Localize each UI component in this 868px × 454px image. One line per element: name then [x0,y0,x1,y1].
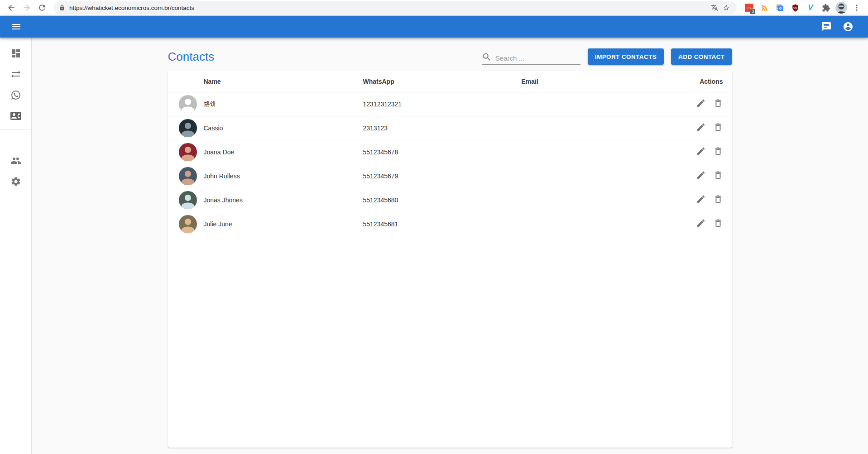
contact-whatsapp: 5512345680 [363,188,522,212]
svg-text:UO: UO [793,6,797,9]
contact-whatsapp: 5512345679 [363,164,522,188]
avatar [179,167,197,185]
contact-whatsapp: 2313123 [363,116,522,140]
edit-pencil-icon [696,146,706,156]
delete-trash-icon [713,98,723,108]
contact-email [522,164,657,188]
table-row: John Rulless 5512345679 [168,164,732,188]
person-icon [179,191,197,209]
delete-trash-icon [713,170,723,180]
browser-toolbar: https://whaticket.economicros.com.br/con… [0,0,868,16]
avatar [179,95,197,113]
edit-contact-button[interactable] [693,144,709,160]
address-bar[interactable]: https://whaticket.economicros.com.br/con… [53,1,737,14]
table-row: 烙饼 12312312321 [168,92,732,116]
header-email: Email [522,71,657,92]
contact-name: 烙饼 [204,92,363,116]
table-row: Jonas Jhones 5512345680 [168,188,732,212]
translate-page-icon[interactable] [709,2,720,14]
url-text: https://whaticket.economicros.com.br/con… [69,5,709,11]
sidebar-item-settings[interactable] [5,171,26,192]
table-row: Cassio 2313123 [168,116,732,140]
sidebar-item-contacts[interactable] [5,105,26,126]
contacts-table: Name WhatsApp Email Actions [168,71,732,236]
header-whatsapp: WhatsApp [363,71,522,92]
people-icon [10,155,21,166]
header-actions: Actions [657,71,732,92]
contact-whatsapp: 12312312321 [363,92,522,116]
search-box [482,52,580,65]
contact-name: Julie June [204,212,363,236]
sidebar-item-dashboard[interactable] [5,43,26,64]
contact-email [522,188,657,212]
contact-whatsapp: 5512345681 [363,212,522,236]
edit-contact-button[interactable] [693,168,709,184]
whatsapp-icon [10,90,21,100]
contact-name: Cassio [204,116,363,140]
sidebar [0,38,32,454]
lock-icon [59,5,65,11]
contacts-card-icon [10,110,21,121]
edit-contact-button[interactable] [693,96,709,112]
header-name: Name [204,71,363,92]
table-row: Julie June 5512345681 [168,212,732,236]
person-icon [179,119,197,137]
avatar [179,119,197,137]
contact-email [522,92,657,116]
header-avatar [168,71,204,92]
browser-reload-button[interactable] [34,1,50,14]
edit-pencil-icon [696,98,706,108]
account-circle-icon[interactable] [839,18,857,36]
contact-name: Jonas Jhones [204,188,363,212]
puzzle-extensions-icon[interactable] [818,1,834,14]
edit-pencil-icon [696,194,706,204]
avatar [179,143,197,161]
browser-menu-icon[interactable] [849,1,864,14]
contact-email [522,212,657,236]
delete-contact-button[interactable] [710,120,726,136]
connections-sync-icon [10,69,21,80]
search-icon [482,52,492,62]
edit-contact-button[interactable] [693,192,709,208]
vimeo-icon[interactable]: V [803,1,818,14]
contact-email [522,140,657,164]
browser-back-button[interactable] [4,1,19,14]
avatar [179,215,197,233]
add-contact-button[interactable]: ADD CONTACT [671,48,732,65]
import-contacts-button[interactable]: IMPORT CONTACTS [588,48,664,65]
sidebar-item-connections[interactable] [5,64,26,85]
delete-contact-button[interactable] [710,216,726,232]
delete-contact-button[interactable] [710,144,726,160]
bookmark-star-icon[interactable] [720,2,732,14]
sidebar-item-tickets[interactable] [5,85,26,105]
delete-contact-button[interactable] [710,96,726,112]
person-icon [179,95,197,113]
settings-gear-icon [10,176,21,187]
sidebar-item-users[interactable] [5,150,26,171]
chat-icon[interactable] [817,18,835,36]
edit-contact-button[interactable] [693,216,709,232]
menu-icon[interactable] [7,18,25,36]
delete-trash-icon [713,146,723,156]
dashboard-icon [10,48,21,59]
table-row: Joana Doe 5512345678 [168,140,732,164]
app-bar [0,16,868,38]
browser-forward-button[interactable] [19,1,34,14]
browser-profile-avatar[interactable] [834,1,849,14]
ublock-origin-icon[interactable]: UO [787,1,803,14]
edit-pencil-icon [696,218,706,228]
delete-contact-button[interactable] [710,192,726,208]
notification-red-icon[interactable]: ⋯ 3 [741,1,757,14]
avatar [179,191,197,209]
google-translate-extension-icon[interactable]: 文 G [772,1,787,14]
table-header-row: Name WhatsApp Email Actions [168,71,732,92]
edit-contact-button[interactable] [693,120,709,136]
person-icon [179,167,197,185]
sidebar-divider [0,129,32,129]
search-input[interactable] [495,54,580,62]
delete-trash-icon [713,194,723,204]
rss-icon[interactable] [757,1,772,14]
extension-badge: 3 [750,9,756,14]
edit-pencil-icon [696,122,706,132]
delete-contact-button[interactable] [710,168,726,184]
